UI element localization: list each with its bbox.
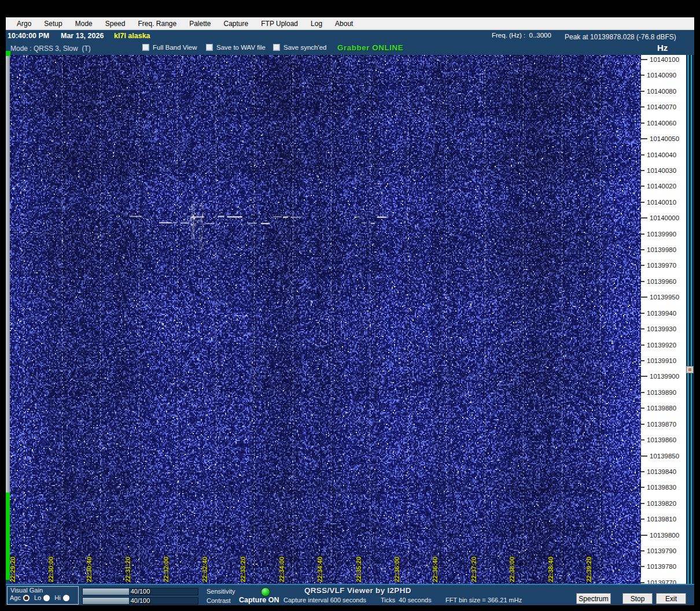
freq-tick-mark <box>641 281 644 282</box>
freq-scale-row: 10140020 <box>641 182 686 190</box>
main-area: 22:29:2022:30:0022:30:4022:31:2022:32:00… <box>6 55 694 584</box>
freq-tick-label: 10140100 <box>650 56 679 63</box>
menu-item-speed[interactable]: Speed <box>99 18 132 29</box>
freq-tick-mark <box>641 376 647 377</box>
spectrum-button[interactable]: Spectrum <box>576 593 611 604</box>
menu-item-log[interactable]: Log <box>304 18 329 29</box>
waterfall-wrap: 22:29:2022:30:0022:30:4022:31:2022:32:00… <box>10 55 641 584</box>
app-title: QRSS/VLF Viewer by I2PHD <box>304 586 411 595</box>
freq-tick-mark <box>641 582 644 583</box>
menu-item-ftp-upload[interactable]: FTP Upload <box>255 18 304 29</box>
freq-scale-row: 10139990 <box>641 230 686 238</box>
menu-item-mode[interactable]: Mode <box>69 18 99 29</box>
freq-scale-row: 10140030 <box>641 166 686 175</box>
freq-tick-label: 10139860 <box>647 436 676 443</box>
level-indicator-idle <box>6 56 10 492</box>
time-tick-label: 22:38:00 <box>509 547 516 582</box>
time-tick-label: 22:36:00 <box>393 547 401 582</box>
freq-tick-label: 10139800 <box>650 532 679 539</box>
menu-item-capture[interactable]: Capture <box>218 18 255 29</box>
scanline-marker <box>6 51 10 56</box>
visual-gain-groupbox: Visual Gain AgcLoHi <box>7 586 79 605</box>
freq-tick-label: 10139910 <box>647 357 676 364</box>
freq-scale-row: 10140060 <box>641 119 686 127</box>
freq-tick-label: 10139960 <box>647 278 676 285</box>
freq-scale-row: 10140050 <box>641 135 686 143</box>
contrast-label: Contrast <box>207 597 231 604</box>
freq-scale-row: 10139940 <box>641 309 686 317</box>
menu-item-about[interactable]: About <box>329 18 359 29</box>
freq-tick-label: 10139790 <box>647 547 676 554</box>
freq-tick-mark <box>641 503 644 504</box>
freq-scale-row: 10139840 <box>641 468 686 476</box>
time-tick-label: 22:32:00 <box>163 547 170 582</box>
hz-unit-label: Hz <box>657 43 668 53</box>
checkbox-group-item: Full Band View <box>142 44 197 51</box>
sensitivity-slider[interactable]: 40/100 <box>82 588 198 595</box>
freq-tick-mark <box>641 154 644 155</box>
time-tick-label: 22:32:40 <box>201 547 209 582</box>
freq-tick-mark <box>641 170 644 171</box>
freq-tick-label: 10139950 <box>650 294 679 301</box>
time-tick-label: 22:36:40 <box>432 547 439 582</box>
grabber-status: Grabber ONLINE <box>337 43 403 52</box>
radio-lo[interactable] <box>43 595 50 601</box>
freq-tick-mark <box>641 471 644 472</box>
contrast-slider[interactable]: 40/100 <box>82 597 198 605</box>
freq-tick-mark <box>641 439 644 440</box>
freq-tick-mark <box>641 519 644 520</box>
checkbox-label: Save synch'ed <box>283 44 326 51</box>
freq-scale-row: 10139950 <box>641 293 686 301</box>
freq-scale-row: 10139960 <box>641 277 686 286</box>
freq-tick-label: 10140060 <box>647 120 676 127</box>
freq-tick-mark <box>641 186 644 187</box>
freq-scale-row: 10139880 <box>641 404 686 412</box>
radio-hi[interactable] <box>63 595 69 601</box>
checkbox-label: Save to WAV file <box>216 44 266 51</box>
stop-button[interactable]: Stop <box>622 593 653 604</box>
freq-scale-row: 10139970 <box>641 261 686 269</box>
menu-item-freq-range[interactable]: Freq. Range <box>131 18 183 29</box>
freq-tick-label: 10139980 <box>647 246 676 253</box>
sensitivity-label: Sensitivity <box>207 588 235 595</box>
mode-label: Mode : QRSS 3, Slow (T) <box>10 45 91 53</box>
freq-scale-row: 10140080 <box>641 87 686 95</box>
freq-scale-row: 10139800 <box>641 531 686 539</box>
menu-item-setup[interactable]: Setup <box>38 18 68 29</box>
freq-tick-mark <box>641 424 644 425</box>
capture-led-indicator <box>261 587 270 597</box>
frequency-slider-track[interactable] <box>686 55 694 584</box>
freq-scale-row: 10139790 <box>641 547 686 555</box>
checkbox-save-synch-ed[interactable] <box>273 44 280 51</box>
frequency-slider-thumb[interactable] <box>686 366 694 373</box>
menu-item-argo[interactable]: Argo <box>10 18 38 29</box>
capture-interval-label: Capture interval 600 seconds <box>283 597 366 603</box>
freq-tick-mark <box>641 138 647 139</box>
freq-tick-mark <box>641 234 644 235</box>
checkbox-full-band-view[interactable] <box>142 44 149 51</box>
checkbox-save-to-wav-file[interactable] <box>206 44 213 51</box>
fft-bin-label: FFT bin size = 366.21 mHz <box>445 597 522 603</box>
freq-scale-row: 10139910 <box>641 357 686 365</box>
freq-tick-mark <box>641 408 644 409</box>
radio-label-agc: Agc <box>10 594 21 601</box>
title-row: 10:40:00 PM Mar 13, 2026 kl7l alaska Fre… <box>6 30 694 42</box>
menu-item-palette[interactable]: Palette <box>183 18 217 29</box>
time-tick-label: 22:31:20 <box>124 547 132 582</box>
freq-tick-label: 10139770 <box>647 579 676 584</box>
freq-scale-row: 10139890 <box>641 388 686 397</box>
frequency-scale: 1014010010140090101400801014007010140060… <box>641 55 686 584</box>
freq-scale-row: 10140010 <box>641 198 686 206</box>
waterfall-display[interactable] <box>10 55 641 584</box>
time-tick-label: 22:33:20 <box>240 547 247 582</box>
radio-agc[interactable] <box>23 595 30 601</box>
exit-button[interactable]: Exit <box>656 593 686 604</box>
freq-scale-row: 10140090 <box>641 71 686 79</box>
date-readout: Mar 13, 2026 <box>61 32 104 40</box>
freq-tick-label: 10140080 <box>647 88 676 95</box>
freq-tick-label: 10139850 <box>650 453 679 460</box>
freq-tick-label: 10139880 <box>647 405 676 412</box>
mode-row: Mode : QRSS 3, Slow (T) Full Band ViewSa… <box>6 42 694 55</box>
freq-tick-label: 10139810 <box>647 516 676 523</box>
freq-tick-mark <box>641 550 644 551</box>
